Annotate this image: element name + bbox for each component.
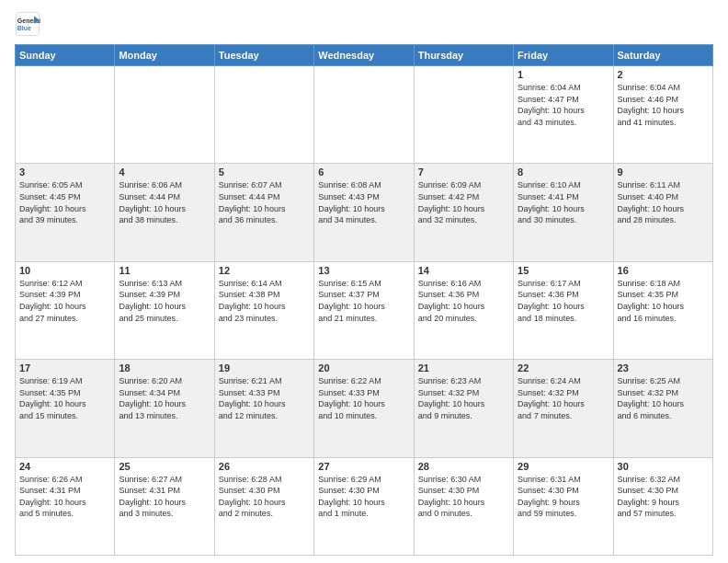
day-number: 1 [518, 69, 609, 80]
day-info: Sunrise: 6:20 AM Sunset: 4:34 PM Dayligh… [119, 375, 210, 421]
calendar-cell: 15Sunrise: 6:17 AM Sunset: 4:36 PM Dayli… [514, 261, 613, 359]
day-number: 22 [518, 362, 609, 373]
day-number: 27 [318, 461, 409, 472]
day-info: Sunrise: 6:17 AM Sunset: 4:36 PM Dayligh… [518, 278, 609, 324]
day-number: 13 [318, 265, 409, 276]
day-info: Sunrise: 6:07 AM Sunset: 4:44 PM Dayligh… [219, 179, 310, 225]
calendar-cell: 18Sunrise: 6:20 AM Sunset: 4:34 PM Dayli… [115, 360, 214, 457]
day-info: Sunrise: 6:09 AM Sunset: 4:42 PM Dayligh… [418, 179, 509, 225]
calendar-cell: 7Sunrise: 6:09 AM Sunset: 4:42 PM Daylig… [414, 164, 513, 261]
calendar-day-header: Saturday [613, 45, 712, 66]
day-number: 20 [318, 362, 409, 373]
day-info: Sunrise: 6:32 AM Sunset: 4:30 PM Dayligh… [618, 474, 709, 520]
day-info: Sunrise: 6:16 AM Sunset: 4:36 PM Dayligh… [418, 278, 509, 324]
calendar-table: SundayMondayTuesdayWednesdayThursdayFrid… [15, 44, 713, 556]
calendar-cell: 24Sunrise: 6:26 AM Sunset: 4:31 PM Dayli… [16, 457, 115, 555]
day-number: 14 [418, 265, 509, 276]
day-number: 8 [518, 167, 609, 178]
calendar-week-row: 3Sunrise: 6:05 AM Sunset: 4:45 PM Daylig… [16, 164, 713, 261]
calendar-cell: 2Sunrise: 6:04 AM Sunset: 4:46 PM Daylig… [613, 66, 712, 164]
day-number: 17 [19, 362, 110, 373]
day-info: Sunrise: 6:08 AM Sunset: 4:43 PM Dayligh… [318, 179, 409, 225]
day-info: Sunrise: 6:25 AM Sunset: 4:32 PM Dayligh… [618, 375, 709, 421]
calendar-cell: 8Sunrise: 6:10 AM Sunset: 4:41 PM Daylig… [514, 164, 613, 261]
day-number: 6 [318, 167, 409, 178]
day-number: 11 [119, 265, 210, 276]
calendar-cell [115, 66, 214, 164]
day-info: Sunrise: 6:18 AM Sunset: 4:35 PM Dayligh… [618, 278, 709, 324]
day-info: Sunrise: 6:28 AM Sunset: 4:30 PM Dayligh… [219, 474, 310, 520]
calendar-cell: 20Sunrise: 6:22 AM Sunset: 4:33 PM Dayli… [314, 360, 414, 457]
calendar-day-header: Monday [115, 45, 214, 66]
calendar-cell: 12Sunrise: 6:14 AM Sunset: 4:38 PM Dayli… [214, 261, 313, 359]
day-info: Sunrise: 6:05 AM Sunset: 4:45 PM Dayligh… [19, 179, 110, 225]
calendar-cell: 22Sunrise: 6:24 AM Sunset: 4:32 PM Dayli… [514, 360, 613, 457]
calendar-cell: 27Sunrise: 6:29 AM Sunset: 4:30 PM Dayli… [314, 457, 414, 555]
day-info: Sunrise: 6:30 AM Sunset: 4:30 PM Dayligh… [418, 474, 509, 520]
day-info: Sunrise: 6:29 AM Sunset: 4:30 PM Dayligh… [318, 474, 409, 520]
calendar-week-row: 10Sunrise: 6:12 AM Sunset: 4:39 PM Dayli… [16, 261, 713, 359]
day-number: 25 [119, 461, 210, 472]
day-number: 5 [219, 167, 310, 178]
day-info: Sunrise: 6:22 AM Sunset: 4:33 PM Dayligh… [318, 375, 409, 421]
calendar-cell: 11Sunrise: 6:13 AM Sunset: 4:39 PM Dayli… [115, 261, 214, 359]
day-number: 16 [618, 265, 709, 276]
day-info: Sunrise: 6:04 AM Sunset: 4:46 PM Dayligh… [618, 82, 709, 128]
calendar-cell [214, 66, 313, 164]
calendar-cell: 25Sunrise: 6:27 AM Sunset: 4:31 PM Dayli… [115, 457, 214, 555]
day-number: 28 [418, 461, 509, 472]
day-number: 3 [19, 167, 110, 178]
day-info: Sunrise: 6:04 AM Sunset: 4:47 PM Dayligh… [518, 82, 609, 128]
calendar-cell: 17Sunrise: 6:19 AM Sunset: 4:35 PM Dayli… [16, 360, 115, 457]
calendar-cell: 10Sunrise: 6:12 AM Sunset: 4:39 PM Dayli… [16, 261, 115, 359]
day-info: Sunrise: 6:24 AM Sunset: 4:32 PM Dayligh… [518, 375, 609, 421]
calendar-cell [314, 66, 414, 164]
calendar-day-header: Sunday [16, 45, 115, 66]
calendar-cell: 6Sunrise: 6:08 AM Sunset: 4:43 PM Daylig… [314, 164, 414, 261]
calendar-cell: 13Sunrise: 6:15 AM Sunset: 4:37 PM Dayli… [314, 261, 414, 359]
calendar-cell: 9Sunrise: 6:11 AM Sunset: 4:40 PM Daylig… [613, 164, 712, 261]
day-info: Sunrise: 6:12 AM Sunset: 4:39 PM Dayligh… [19, 278, 110, 324]
calendar-header-row: SundayMondayTuesdayWednesdayThursdayFrid… [16, 45, 713, 66]
svg-rect-0 [16, 12, 39, 35]
day-info: Sunrise: 6:14 AM Sunset: 4:38 PM Dayligh… [219, 278, 310, 324]
calendar-cell: 3Sunrise: 6:05 AM Sunset: 4:45 PM Daylig… [16, 164, 115, 261]
logo: General Blue [15, 11, 40, 37]
day-number: 21 [418, 362, 509, 373]
day-info: Sunrise: 6:13 AM Sunset: 4:39 PM Dayligh… [119, 278, 210, 324]
calendar-cell: 30Sunrise: 6:32 AM Sunset: 4:30 PM Dayli… [613, 457, 712, 555]
calendar-cell: 4Sunrise: 6:06 AM Sunset: 4:44 PM Daylig… [115, 164, 214, 261]
calendar-day-header: Thursday [414, 45, 513, 66]
day-number: 23 [618, 362, 709, 373]
day-info: Sunrise: 6:06 AM Sunset: 4:44 PM Dayligh… [119, 179, 210, 225]
day-number: 10 [19, 265, 110, 276]
day-info: Sunrise: 6:11 AM Sunset: 4:40 PM Dayligh… [618, 179, 709, 225]
day-info: Sunrise: 6:26 AM Sunset: 4:31 PM Dayligh… [19, 474, 110, 520]
day-info: Sunrise: 6:23 AM Sunset: 4:32 PM Dayligh… [418, 375, 509, 421]
calendar-cell [16, 66, 115, 164]
calendar-cell: 19Sunrise: 6:21 AM Sunset: 4:33 PM Dayli… [214, 360, 313, 457]
day-number: 24 [19, 461, 110, 472]
day-number: 15 [518, 265, 609, 276]
svg-text:Blue: Blue [17, 25, 31, 31]
day-number: 2 [618, 69, 709, 80]
calendar-cell: 23Sunrise: 6:25 AM Sunset: 4:32 PM Dayli… [613, 360, 712, 457]
calendar-cell: 16Sunrise: 6:18 AM Sunset: 4:35 PM Dayli… [613, 261, 712, 359]
calendar-cell: 28Sunrise: 6:30 AM Sunset: 4:30 PM Dayli… [414, 457, 513, 555]
day-number: 19 [219, 362, 310, 373]
day-number: 26 [219, 461, 310, 472]
header: General Blue [15, 11, 713, 37]
calendar-cell: 26Sunrise: 6:28 AM Sunset: 4:30 PM Dayli… [214, 457, 313, 555]
calendar-day-header: Tuesday [214, 45, 313, 66]
day-info: Sunrise: 6:15 AM Sunset: 4:37 PM Dayligh… [318, 278, 409, 324]
calendar-week-row: 1Sunrise: 6:04 AM Sunset: 4:47 PM Daylig… [16, 66, 713, 164]
calendar-day-header: Friday [514, 45, 613, 66]
day-info: Sunrise: 6:31 AM Sunset: 4:30 PM Dayligh… [518, 474, 609, 520]
calendar-week-row: 24Sunrise: 6:26 AM Sunset: 4:31 PM Dayli… [16, 457, 713, 555]
logo-icon: General Blue [15, 11, 40, 37]
calendar-cell [414, 66, 513, 164]
day-number: 4 [119, 167, 210, 178]
calendar-week-row: 17Sunrise: 6:19 AM Sunset: 4:35 PM Dayli… [16, 360, 713, 457]
day-number: 12 [219, 265, 310, 276]
day-number: 29 [518, 461, 609, 472]
